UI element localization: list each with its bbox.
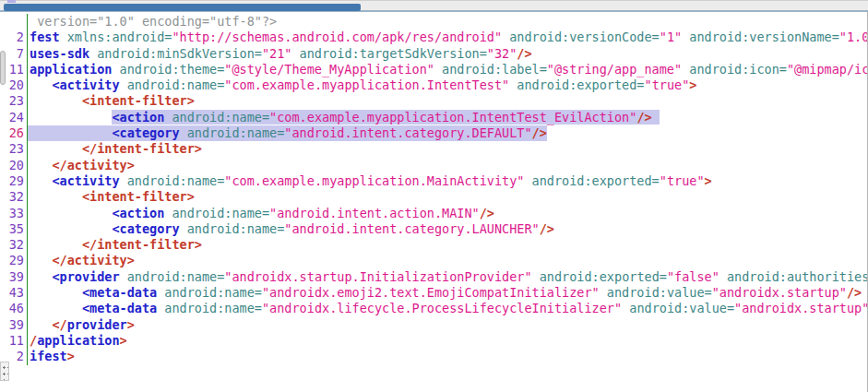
syntax-attr: android:name= [180,125,285,140]
syntax-decl: version="1.0" encoding="utf-8"?> [30,14,277,29]
syntax-str: "true" [645,77,690,92]
code-line[interactable]: 29 </activity> [0,253,867,268]
syntax-rtag: <intent-filter> [82,189,195,204]
horizontal-scrollbar[interactable] [0,0,868,12]
code-line[interactable]: 46 <meta-data android:name="androidx.lif… [0,301,867,316]
syntax-str: "1" [660,30,682,44]
syntax-sp [30,189,82,204]
syntax-punc: </ [52,317,66,332]
line-number: 24 [0,110,28,125]
syntax-sp [30,301,82,315]
syntax-attr: android:exported= [524,173,659,188]
code-line[interactable]: 32 <intent-filter> [0,189,867,205]
syntax-attr: android:exported= [532,269,667,284]
syntax-sp [30,93,82,108]
syntax-str: "http://schemas.android.com/apk/res/andr… [172,30,502,44]
code-area[interactable]: version="1.0" encoding="utf-8"?>2fest xm… [0,12,867,392]
code-text: </activity> [28,253,135,268]
syntax-rtag: </activity> [52,158,134,172]
syntax-sp [30,158,52,172]
syntax-sp [30,173,52,188]
syntax-attr: android:name= [120,173,225,188]
syntax-punc: /> [540,221,554,236]
syntax-attr: android:label= [434,62,547,77]
code-line[interactable]: 32 </intent-filter> [0,237,867,253]
code-line[interactable]: version="1.0" encoding="utf-8"?> [0,14,867,30]
toolbar-fragment [7,0,16,3]
syntax-tag: <provider [52,269,119,284]
line-number: 32 [0,237,28,253]
line-number: 33 [0,206,28,221]
code-line[interactable]: 33 <action android:name="android.intent.… [0,206,867,221]
code-line[interactable]: 39 </provider> [0,317,867,333]
syntax-rtag: </activity> [52,253,134,267]
code-line[interactable]: 35 <category android:name="android.inten… [0,221,867,237]
syntax-sp [30,125,112,140]
syntax-attr: android:versionName= [682,30,839,44]
code-line[interactable]: 26 <category android:name="android.inten… [0,125,867,141]
code-line[interactable]: 39 <provider android:name="androidx.star… [0,269,867,285]
syntax-attr: android:versionCode= [502,30,660,44]
code-text: </activity> [28,158,135,173]
syntax-rtag: </intent-filter> [82,141,202,156]
syntax-tag: <category [112,221,179,236]
syntax-str: "androidx.emoji2.text.EmojiCompatInitial… [262,285,600,300]
code-text: <intent-filter> [28,189,195,205]
syntax-tag: fest [30,30,60,44]
syntax-str: "true" [660,173,705,188]
syntax-attr: android:theme= [112,62,224,77]
code-line[interactable]: 11application android:theme="@style/Them… [0,62,867,77]
code-line[interactable]: 7uses-sdk android:minSdkVersion="21" and… [0,46,867,62]
code-line[interactable]: 24 <action android:name="com.example.mya… [0,110,867,125]
syntax-attr: android:name= [120,269,225,284]
syntax-str: "1.0" [839,30,867,44]
syntax-str: "com.example.myapplication.IntentTest_Ev… [269,110,636,125]
code-line[interactable]: 20 </activity> [0,158,867,173]
code-line[interactable]: 11/application> [0,333,867,349]
code-line[interactable]: 2fest xmlns:android="http://schemas.andr… [0,30,867,45]
vertical-scrollbar-thumb[interactable] [0,51,6,85]
syntax-tag: ifest [30,349,67,363]
line-number: 43 [0,285,28,301]
line-number: 32 [0,189,28,205]
code-text: /application> [28,333,127,349]
syntax-attr: android:name= [120,77,225,92]
line-number: 2 [0,30,28,45]
syntax-str: "@style/Theme_MyApplication" [224,62,434,77]
line-number: 20 [0,158,28,173]
code-line[interactable]: 23 </intent-filter> [0,141,867,157]
syntax-tag: <activity [52,173,119,188]
syntax-tag: <meta-data [82,301,157,315]
code-line[interactable]: 29 <activity android:name="com.example.m… [0,173,867,189]
line-number: 39 [0,269,28,285]
code-text: <activity android:name="com.example.myap… [28,77,696,93]
syntax-tag: provider [67,317,127,332]
syntax-tag: application [30,62,112,77]
syntax-punc: > [127,317,135,332]
syntax-str: "androidx.startup" [712,285,847,300]
syntax-sp [30,221,112,236]
code-text: ifest> [28,349,75,364]
code-text: </intent-filter> [28,237,202,253]
syntax-attr: android:targetSdkVersion= [291,46,486,61]
code-line[interactable]: 23 <intent-filter> [0,93,867,109]
syntax-tag: <meta-data [82,285,157,300]
code-text: uses-sdk android:minSdkVersion="21" andr… [28,46,532,62]
syntax-punc: /> [636,110,651,125]
syntax-str: "android.intent.action.MAIN" [269,206,480,220]
scrollbar-grip-icon[interactable] [0,362,9,381]
code-text: <meta-data android:name="androidx.lifecy… [28,301,867,316]
syntax-attr: android:icon= [682,62,787,77]
syntax-sp [30,269,52,284]
code-line[interactable]: 20 <activity android:name="com.example.m… [0,77,867,93]
syntax-str: "androidx.startup" [734,301,867,315]
line-number: 39 [0,317,28,333]
syntax-punc: > [689,77,696,92]
code-text: <category android:name="android.intent.c… [28,125,547,141]
line-number: 29 [0,253,28,268]
code-line[interactable]: 43 <meta-data android:name="androidx.emo… [0,285,867,301]
syntax-str: "@string/app_name" [547,62,682,77]
code-text: <action android:name="android.intent.act… [28,206,494,221]
horizontal-scrollbar-thumb[interactable] [4,4,361,11]
code-line[interactable]: 2ifest> [0,349,867,364]
